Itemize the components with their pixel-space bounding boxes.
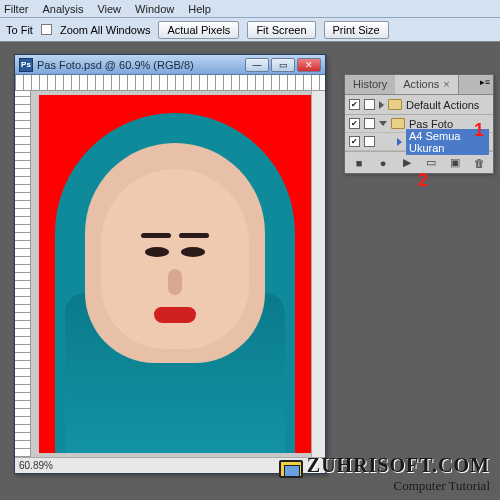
dialog-toggle[interactable] xyxy=(364,136,375,147)
close-icon[interactable]: × xyxy=(443,78,449,90)
minimize-button[interactable]: — xyxy=(245,58,269,72)
nose xyxy=(168,269,182,295)
menu-analysis[interactable]: Analysis xyxy=(42,3,83,15)
document-title: Pas Foto.psd @ 60.9% (RGB/8) xyxy=(37,59,241,71)
photo-background xyxy=(39,95,311,453)
folder-icon xyxy=(391,118,405,129)
menu-help[interactable]: Help xyxy=(188,3,211,15)
app-icon: Ps xyxy=(19,58,33,72)
watermark-tagline: Computer Tutorial xyxy=(279,478,490,494)
toggle-checkbox[interactable] xyxy=(349,118,360,129)
menu-bar: Filter Analysis View Window Help xyxy=(0,0,500,18)
label-zoom-all: Zoom All Windows xyxy=(60,24,150,36)
options-bar: To Fit Zoom All Windows Actual Pixels Fi… xyxy=(0,18,500,42)
menu-window[interactable]: Window xyxy=(135,3,174,15)
action-set-label: Default Actions xyxy=(406,99,489,111)
panel-menu-icon[interactable]: ▸≡ xyxy=(479,77,491,89)
label-to-fit: To Fit xyxy=(6,24,33,36)
dialog-toggle[interactable] xyxy=(364,118,375,129)
new-action-button[interactable]: ▣ xyxy=(448,156,462,170)
stop-button[interactable]: ■ xyxy=(352,156,366,170)
menu-view[interactable]: View xyxy=(97,3,121,15)
eye-left xyxy=(145,247,169,257)
canvas[interactable] xyxy=(31,91,325,457)
zoom-level[interactable]: 60.89% xyxy=(19,460,53,471)
actions-panel: History Actions× ▸≡ Default Actions Pas … xyxy=(344,74,494,174)
expand-icon[interactable] xyxy=(379,101,384,109)
action-row-selected[interactable]: A4 Semua Ukuran xyxy=(345,133,493,151)
folder-icon xyxy=(388,99,402,110)
tab-actions[interactable]: Actions× xyxy=(395,75,459,94)
play-button[interactable]: ▶ xyxy=(400,156,414,170)
watermark: ZUHRISOFT.COM Computer Tutorial xyxy=(279,454,490,494)
close-button[interactable]: ✕ xyxy=(297,58,321,72)
watermark-icon xyxy=(279,460,303,478)
watermark-brand: ZUHRISOFT.COM xyxy=(307,454,490,476)
panel-tabs: History Actions× ▸≡ xyxy=(345,75,493,95)
document-window: Ps Pas Foto.psd @ 60.9% (RGB/8) — ▭ ✕ xyxy=(14,54,326,474)
toggle-checkbox[interactable] xyxy=(349,136,360,147)
actual-pixels-button[interactable]: Actual Pixels xyxy=(158,21,239,39)
dialog-toggle[interactable] xyxy=(364,99,375,110)
tab-history[interactable]: History xyxy=(345,75,395,94)
face xyxy=(101,169,249,349)
maximize-button[interactable]: ▭ xyxy=(271,58,295,72)
expand-down-icon[interactable] xyxy=(379,121,387,126)
portrait xyxy=(45,113,305,453)
eye-right xyxy=(181,247,205,257)
trash-button[interactable]: 🗑 xyxy=(472,156,486,170)
record-button[interactable]: ● xyxy=(376,156,390,170)
eyebrow-left xyxy=(141,233,171,238)
play-icon[interactable] xyxy=(397,138,402,146)
annotation-1: 1 xyxy=(474,120,484,141)
menu-filter[interactable]: Filter xyxy=(4,3,28,15)
eyebrow-right xyxy=(179,233,209,238)
annotation-2: 2 xyxy=(418,170,428,191)
checkbox-zoom-all[interactable] xyxy=(41,24,52,35)
ruler-horizontal[interactable] xyxy=(15,75,325,91)
print-size-button[interactable]: Print Size xyxy=(324,21,389,39)
workspace: Ps Pas Foto.psd @ 60.9% (RGB/8) — ▭ ✕ xyxy=(0,42,500,500)
new-set-button[interactable]: ▭ xyxy=(424,156,438,170)
mouth xyxy=(154,307,196,323)
toggle-checkbox[interactable] xyxy=(349,99,360,110)
scrollbar-vertical[interactable] xyxy=(311,91,325,457)
window-titlebar[interactable]: Ps Pas Foto.psd @ 60.9% (RGB/8) — ▭ ✕ xyxy=(15,55,325,75)
action-row-default[interactable]: Default Actions xyxy=(345,95,493,115)
fit-screen-button[interactable]: Fit Screen xyxy=(247,21,315,39)
ruler-vertical[interactable] xyxy=(15,91,31,457)
